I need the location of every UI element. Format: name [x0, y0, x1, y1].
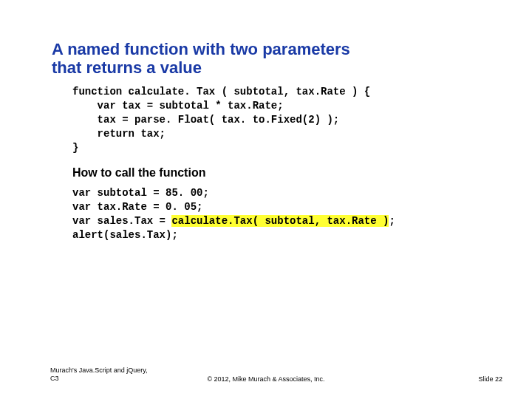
footer-slide-number: Slide 22: [478, 375, 502, 383]
code-line: tax = parse. Float( tax. to.Fixed(2) );: [72, 114, 339, 126]
slide-title: A named function with two parameters tha…: [52, 40, 466, 78]
subheading: How to call the function: [72, 166, 205, 180]
code-line: alert(sales.Tax);: [72, 229, 178, 241]
slide: A named function with two parameters tha…: [0, 0, 532, 399]
title-line-1: A named function with two parameters: [52, 40, 350, 58]
highlighted-call: calculate.Tax( subtotal, tax.Rate ): [171, 215, 389, 227]
code-line: var sales.Tax = calculate.Tax( subtotal,…: [72, 215, 395, 227]
footer-book-title: Murach's Java.Script and jQuery,: [50, 366, 148, 374]
code-block-function: function calculate. Tax ( subtotal, tax.…: [72, 85, 370, 154]
code-line: var tax.Rate = 0. 05;: [72, 201, 202, 213]
code-line: return tax;: [72, 128, 166, 140]
footer-copyright: © 2012, Mike Murach & Associates, Inc.: [0, 375, 532, 383]
code-line: }: [72, 142, 78, 154]
code-frag: ;: [389, 215, 395, 227]
code-line: function calculate. Tax ( subtotal, tax.…: [72, 86, 370, 98]
code-block-call: var subtotal = 85. 00; var tax.Rate = 0.…: [72, 186, 395, 242]
code-frag: var sales.Tax =: [72, 215, 171, 227]
code-line: var tax = subtotal * tax.Rate;: [72, 100, 284, 112]
code-line: var subtotal = 85. 00;: [72, 187, 209, 199]
title-line-2: that returns a value: [52, 58, 202, 77]
